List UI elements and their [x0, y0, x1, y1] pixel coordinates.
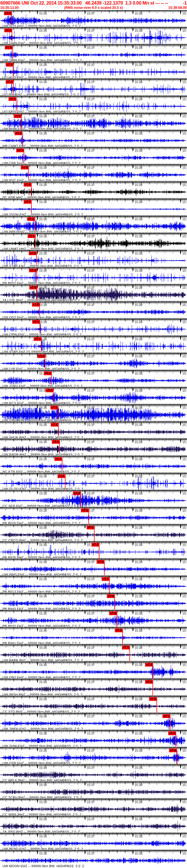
trace-row: ×T 4 PB B943 EHZ -- 99999.0km BW HIGHPAS… — [0, 593, 187, 610]
station-label: PB B926 EHZ -- 99999.0km BW HIGHPASS 2.0… — [3, 556, 80, 559]
pick-badge[interactable]: ×T 4 — [58, 474, 65, 478]
trace-row: ×T 4 PB B032 EHZ -- 99999.0km BW HIGHPAS… — [0, 610, 187, 627]
pick-badge[interactable]: ×T 4 — [87, 526, 95, 529]
station-label: UO FRIS EHZ -- 99999.0km BW HIGHPASS 2.0… — [3, 110, 81, 114]
pick-badge[interactable]: ×T 4 — [29, 251, 36, 255]
pick-badge[interactable]: ×T 4 — [109, 612, 117, 615]
trace-list: ×T 4 UW SOS EHZ -- 99999.0km BW HIGHPASS… — [0, 10, 187, 867]
pick-badge[interactable]: ×T 4 — [169, 749, 177, 752]
station-label: PB B031 EHZ -- 99999.0km BW HIGHPASS 2.0… — [3, 281, 80, 285]
pick-badge[interactable]: ×T 4 — [5, 46, 12, 50]
seismogram-viewer: 60907666 UW Oct 22, 2014 15:35:33.00 46.… — [0, 0, 187, 868]
pick-badge[interactable]: ×T 4 — [115, 628, 122, 632]
station-label: UW SVOH EHZ -- 99999.0km BW HIGHPASS 2.0… — [3, 213, 83, 216]
pick-badge[interactable]: ×T 4 — [24, 183, 31, 187]
pick-badge[interactable]: ×T 4 — [27, 217, 35, 221]
pick-badge[interactable]: ×T 4 — [122, 646, 130, 649]
trace-row: ×T 4 NC KTR EHZ -- 99999.0km BW HIGHPASS… — [0, 456, 187, 473]
trace-row: ×T 4 UW WHS EHZ -- 99999.0km BW HIGHPASS… — [0, 559, 187, 576]
station-label: UW STAR EHZ -- 99999.0km BW HIGHPASS 2.0… — [3, 264, 82, 268]
station-label: UW ON2 EHZ -- 99999.0km BW HIGHPASS 2.0 … — [3, 676, 81, 679]
station-label: UW OD2 EHZ -- 99999.0km BW HIGHPASS 2.0 … — [3, 316, 81, 319]
pick-badge[interactable]: ×T 4 — [91, 543, 99, 547]
pick-badge[interactable]: ×T 4 — [14, 114, 22, 118]
pick-badge[interactable]: ×T 4 — [32, 303, 40, 307]
trace-row: ×T 4 UW WPO EHZ -- 99999.0km BW HIGHPASS… — [0, 216, 187, 233]
trace-row: ×T 4 MB CHMT EHZ -- 99999.0km BW HIGHPAS… — [0, 130, 187, 148]
pick-badge[interactable]: ×T 4 — [51, 423, 59, 427]
trace-row: ×T 4 UW GLDO EHZ -- 99999.0km BW HIGHPAS… — [0, 473, 187, 490]
trace-row: ×T 4 UW CRF EHZ -- 99999.0km BW HIGHPASS… — [0, 148, 187, 164]
trace-row: ×T 4 UO FRIS EHZ -- 99999.0km BW HIGHPAS… — [0, 96, 187, 113]
station-label: UW SHW EHZ -- 99999.0km BW HIGHPASS 2.0 … — [3, 744, 81, 748]
trace-row: ×T 4 UW JWFH EHZ -- 99999.0km BW HIGHPAS… — [0, 713, 187, 730]
pick-badge[interactable]: ×T 4 — [32, 320, 40, 324]
trace-row: ×T 4 PB B026 EHZ -- 99999.0km BW HIGHPAS… — [0, 507, 187, 525]
station-label: CC SEP EHZ -- 99999.0km BW HIGHPASS 2.0 … — [3, 504, 79, 508]
station-label: UW WISH BHZ -- 99999.0km BW HIGHPASS 2.0… — [3, 693, 82, 696]
station-label: UW GHW EHZ -- 99999.0km BW HIGHPASS 2.0 … — [3, 41, 82, 45]
station-label: UW RVC EHZ -- 99999.0km BW HIGHPASS 2.0 … — [3, 179, 81, 182]
station-label: PB B013 EHZ -- 99999.0km BW HIGHPASS 2.0… — [3, 590, 80, 593]
station-label: PB B943 EHZ -- 99999.0km BW HIGHPASS 2.0… — [3, 607, 80, 611]
station-label: TA L02E BHZ -- 99999.0km BW HIGHPASS 2.0… — [3, 299, 80, 302]
station-label: PB B026 EHZ -- 99999.0km BW HIGHPASS 2.0… — [3, 521, 80, 525]
station-label: UW SMW EHZ -- 99999.0km BW HIGHPASS 2.0 … — [3, 59, 82, 62]
trace-row: CC TCBU BHZ -- 99999.0km BW HIGHPASS 2.0… — [0, 782, 187, 799]
pick-badge[interactable]: ×T 4 — [21, 166, 29, 169]
trace-row: UW MOON EHZ -- 99999.0km BW HIGHPASS 2.0… — [0, 850, 187, 867]
station-label: UW WPO EHZ -- 99999.0km BW HIGHPASS 2.0 … — [3, 230, 82, 234]
trace-row: ×T 4 UO HUO EHZ -- 99999.0km BW HIGHPASS… — [0, 62, 187, 79]
pick-badge[interactable]: ×T 4 — [162, 714, 170, 718]
station-label: UW GLDO EHZ -- 99999.0km BW HIGHPASS 2.0… — [3, 487, 83, 491]
pick-badge[interactable]: ×T 4 — [97, 560, 104, 564]
station-label: CC CRCO BHZ -- 99999.0km BW HIGHPASS 2.0… — [3, 538, 83, 542]
trace-row: TA J05D BHZ -- 99999.0km BW HIGHPASS 2.0… — [0, 816, 187, 833]
station-label: CC PRLK BHZ -- 99999.0km BW HIGHPASS 2.0… — [3, 779, 82, 782]
pick-badge[interactable]: ×T 4 — [6, 63, 13, 67]
trace-row: CC PRLK BHZ -- 99999.0km BW HIGHPASS 2.0… — [0, 765, 187, 782]
pick-badge[interactable]: ×T 4 — [29, 286, 37, 289]
station-label: UW BABR BHZ -- 99999.0km BW HIGHPASS 2.0… — [3, 658, 83, 662]
pick-badge[interactable]: ×T 4 — [52, 440, 60, 444]
pick-badge[interactable]: ×T 4 — [8, 97, 16, 101]
pick-badge[interactable]: ×T 4 — [145, 663, 153, 666]
pick-badge[interactable]: ×T 4 — [107, 594, 115, 598]
station-label: CC WIFE BHZ -- 99999.0km BW HIGHPASS 2.0… — [3, 813, 81, 816]
pick-badge[interactable]: ×T 4 — [81, 508, 89, 512]
pick-badge[interactable]: ×T 4 — [149, 697, 157, 701]
pick-badge[interactable]: ×T 4 — [29, 269, 37, 272]
station-label: MB CHMT EHZ -- 99999.0km BW HIGHPASS 2.0… — [3, 144, 83, 148]
pick-badge[interactable]: ×T 4 — [102, 577, 109, 581]
pick-badge[interactable]: ×T 4 — [4, 29, 12, 32]
pick-badge[interactable]: ×T 4 — [50, 406, 58, 409]
pick-badge[interactable]: ×T 4 — [34, 337, 41, 341]
pick-badge[interactable]: ×T 4 — [24, 200, 31, 204]
pick-badge[interactable]: ×T 4 — [168, 732, 176, 735]
pick-badge[interactable]: ×T 4 — [28, 234, 35, 238]
trace-row: ×T 4 UW SMW EHZ -- 99999.0km BW HIGHPASS… — [0, 44, 187, 62]
pick-badge[interactable]: ×T 4 — [73, 491, 81, 495]
trace-row: ×T 4 UW ON2 EHZ -- 99999.0km BW HIGHPASS… — [0, 662, 187, 679]
station-label: CC STD BHZ -- 99999.0km BW HIGHPASS 2.0 … — [3, 710, 80, 713]
station-label: UW CRF EHZ -- 99999.0km BW HIGHPASS 2.0 … — [3, 161, 81, 165]
pick-badge[interactable]: ×T 4 — [4, 11, 12, 15]
station-label: UW BHW EHZ -- 99999.0km BW HIGHPASS 2.0 … — [3, 127, 81, 131]
trace-row: ×T 4 CC CRCO BHZ -- 99999.0km BW HIGHPAS… — [0, 525, 187, 542]
pick-badge[interactable]: ×T 4 — [16, 149, 24, 152]
station-label: NC KRP HHZ -- 99999.0km BW HIGHPASS 2.0 … — [3, 196, 80, 199]
station-label: NC KTR EHZ -- 99999.0km BW HIGHPASS 2.0 … — [3, 470, 80, 473]
pick-badge[interactable]: ×T 4 — [6, 80, 13, 84]
trace-row: UW BEND EHZ -- 99999.0km BW HIGHPASS 2.0… — [0, 833, 187, 850]
trace-row: ×T 4 TA L02E BHZ -- 99999.0km BW HIGHPAS… — [0, 285, 187, 302]
pick-badge[interactable]: ×T 4 — [46, 389, 53, 392]
pick-badge[interactable]: ×T 4 — [44, 371, 51, 375]
station-label: PB B941 EHZ -- 99999.0km BW HIGHPASS 2.0… — [3, 642, 80, 645]
pick-badge[interactable]: ×T 4 — [54, 457, 62, 461]
pick-badge[interactable]: ×T 4 — [14, 131, 22, 135]
station-label: UW SOS EHZ -- 99999.0km BW HIGHPASS 2.0 … — [3, 24, 81, 28]
pick-badge[interactable]: ×T 4 — [37, 354, 45, 358]
station-label: UW RCS EHZ -- 99999.0km BW HIGHPASS 2.0 … — [3, 401, 81, 405]
pick-badge[interactable]: ×T 4 — [145, 680, 153, 684]
trace-row: ×T 4 UW RADR BHZ -- 99999.0km BW HIGHPAS… — [0, 439, 187, 456]
